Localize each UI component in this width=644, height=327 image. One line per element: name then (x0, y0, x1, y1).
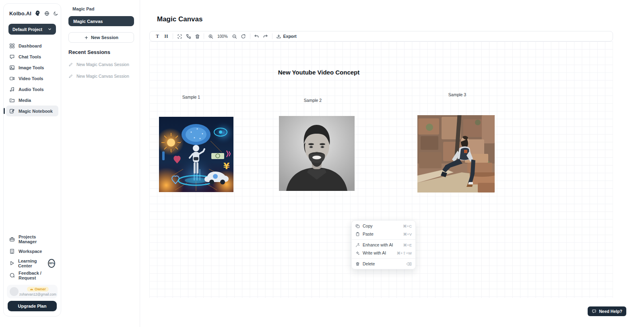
export-button[interactable]: Export (275, 34, 298, 39)
context-menu-item-enhance-with-ai[interactable]: Enhance with AI ⌘+E (352, 241, 415, 249)
need-help-button[interactable]: Need Help? (588, 306, 626, 316)
magic-canvas-grid[interactable]: New Youtube Video Concept Sample 1 Sampl… (149, 41, 613, 298)
sidebar-item-learning-center[interactable]: Learning Center 66% (6, 258, 58, 269)
context-menu-item-copy[interactable]: Copy ⌘+C (352, 222, 415, 230)
download-icon (276, 34, 281, 39)
building-icon (9, 248, 15, 254)
sidebar-item-dashboard[interactable]: Dashboard (6, 40, 58, 51)
context-menu-item-delete[interactable]: Delete ⌫ (352, 260, 415, 268)
zoom-out-button[interactable] (230, 32, 239, 40)
recent-session-item[interactable]: New Magic Canvas Session (68, 74, 134, 79)
chat-bubble-icon (9, 54, 15, 60)
media-folder-icon (9, 97, 15, 103)
new-session-label: New Session (91, 35, 118, 40)
trash-icon (355, 262, 360, 266)
delete-tool-button[interactable] (193, 32, 202, 40)
logo-row: Kolbo.AI (4, 4, 61, 19)
svg-text:¥: ¥ (223, 161, 230, 171)
copy-icon (355, 224, 360, 228)
sidebar-item-workspace[interactable]: Workspace (6, 246, 58, 257)
upgrade-plan-button[interactable]: Upgrade Plan (8, 301, 57, 311)
reset-view-button[interactable] (239, 32, 248, 40)
context-menu-divider (352, 258, 415, 259)
crown-icon (30, 288, 33, 291)
text-tool-button[interactable]: T (153, 32, 162, 40)
canvas-toolbar: T H 100% Export (149, 31, 613, 41)
sidebar-item-image-tools[interactable]: Image Tools (6, 62, 58, 73)
context-menu-item-write-with-ai[interactable]: Write with AI ⌘+⇧+W (352, 249, 415, 257)
sidebar-item-label: Media (19, 98, 31, 103)
sidebar-nav: Dashboard Chat Tools Image Tools Video T… (4, 40, 61, 116)
magic-wand-icon (355, 243, 360, 247)
user-account-card[interactable]: Owner zoharvan12@gmail.com (7, 285, 58, 298)
sample-2-label[interactable]: Sample 2 (304, 98, 322, 103)
toolbar-divider (173, 33, 173, 39)
sidebar-item-label: Audio Tools (19, 87, 44, 92)
zoom-in-button[interactable] (206, 32, 215, 40)
sidebar-item-label: Workspace (19, 249, 42, 254)
sample-3-label[interactable]: Sample 3 (448, 92, 466, 97)
recent-session-label: New Magic Canvas Session (76, 62, 129, 67)
sample-3-image[interactable] (417, 115, 495, 192)
magic-canvas-item-active[interactable]: Magic Canvas (68, 16, 134, 26)
sidebar-item-chat-tools[interactable]: Chat Tools (6, 51, 58, 62)
recent-session-label: New Magic Canvas Session (76, 74, 129, 79)
sidebar: Kolbo.AI Default Project Dashboard Chat … (3, 3, 61, 317)
sidebar-item-audio-tools[interactable]: Audio Tools (6, 84, 58, 95)
sample-1-image[interactable]: ¥ (159, 117, 233, 192)
zoom-out-icon (232, 34, 237, 39)
toolbar-divider (204, 33, 204, 39)
context-menu-shortcut: ⌘+V (403, 232, 412, 236)
video-camera-icon (9, 76, 15, 81)
undo-button[interactable] (252, 32, 261, 40)
dark-mode-moon-icon[interactable] (53, 11, 58, 16)
notebook-pencil-icon (9, 108, 15, 114)
sample-1-label[interactable]: Sample 1 (182, 95, 200, 99)
context-menu-item-paste[interactable]: Paste ⌘+V (352, 230, 415, 238)
sidebar-footer-nav: Projects Manager Workspace Learning Cent… (4, 234, 61, 281)
page-title: Magic Canvas (157, 15, 202, 23)
context-menu-label: Delete (363, 261, 407, 266)
need-help-label: Need Help? (599, 309, 622, 314)
image-icon (9, 65, 15, 70)
canvas-text-heading[interactable]: New Youtube Video Concept (278, 69, 360, 76)
context-menu-label: Write with AI (363, 250, 396, 255)
globe-icon[interactable] (44, 11, 50, 16)
sidebar-spacer (4, 116, 61, 234)
redo-icon (263, 34, 268, 39)
trash-icon (195, 34, 200, 39)
undo-icon (254, 34, 259, 39)
sidebar-item-media[interactable]: Media (6, 95, 58, 106)
export-label: Export (283, 34, 297, 39)
sidebar-item-label: Learning Center (18, 259, 43, 268)
flow-nodes-icon (186, 34, 191, 39)
ai-select-tool-button[interactable] (175, 32, 184, 40)
context-menu-label: Paste (363, 232, 403, 236)
context-menu-shortcut: ⌘+⇧+W (396, 251, 412, 255)
user-email: zoharvan12@gmail.com (19, 292, 56, 296)
sidebar-item-label: Video Tools (19, 76, 43, 81)
sidebar-item-magic-notebook[interactable]: Magic Notebook (6, 106, 58, 116)
sidebar-item-projects-manager[interactable]: Projects Manager (6, 234, 58, 244)
context-menu-label: Enhance with AI (363, 242, 403, 247)
context-menu-shortcut: ⌘+C (403, 224, 412, 228)
reset-rotate-icon (241, 34, 246, 39)
sidebar-item-video-tools[interactable]: Video Tools (6, 73, 58, 84)
flow-connector-tool-button[interactable] (184, 32, 193, 40)
magic-pad-item[interactable]: Magic Pad (68, 6, 134, 16)
sidebar-item-feedback[interactable]: Feedback / Request (6, 270, 58, 281)
project-selector-label: Default Project (12, 27, 42, 32)
new-session-button[interactable]: New Session (68, 32, 134, 43)
sidebar-item-label: Projects Manager (19, 234, 55, 244)
project-selector[interactable]: Default Project (8, 24, 56, 35)
user-meta: Owner zoharvan12@gmail.com (21, 287, 55, 296)
zoom-level-value: 100% (215, 34, 230, 39)
role-badge: Owner (27, 287, 49, 292)
recent-session-item[interactable]: New Magic Canvas Session (68, 62, 134, 67)
heading-tool-button[interactable]: H (162, 32, 171, 40)
context-menu-divider (352, 239, 415, 240)
brand-logo: Kolbo.AI (9, 10, 31, 17)
plus-icon (84, 35, 89, 40)
sample-2-image[interactable] (279, 116, 355, 191)
redo-button[interactable] (261, 32, 270, 40)
